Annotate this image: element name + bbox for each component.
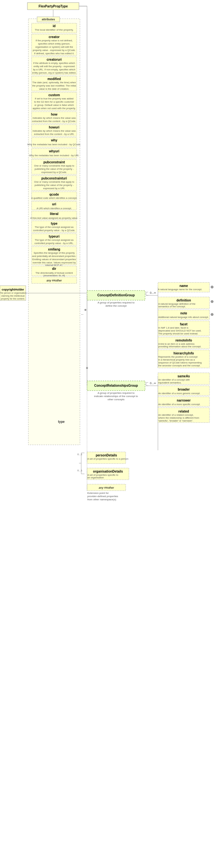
- svg-text:An identifier of a more generi: An identifier of a more generic concept.: [158, 392, 200, 395]
- svg-text:Extension point for: Extension point for: [87, 492, 109, 495]
- svg-text:A natural language name for th: A natural language name for the concept.: [158, 288, 202, 291]
- svg-text:equivalent semantics.: equivalent semantics.: [158, 381, 182, 384]
- svg-text:controlled property value - by: controlled property value - by a URL.: [35, 242, 74, 245]
- svg-text:applies when not used with the: applies when not used with the property.: [33, 107, 76, 110]
- svg-text:semantics of the concept.: semantics of the concept.: [158, 305, 186, 308]
- svg-text:and potentially all descendant: and potentially all descendant propertie…: [32, 255, 76, 257]
- svg-text:extracted from the content - b: extracted from the content - by a URI.: [34, 133, 74, 135]
- svg-text:Why the metadata has been incl: Why the metadata has been included - by …: [29, 154, 79, 157]
- svg-text:controlled property value - by: controlled property value - by a QCode.: [33, 229, 75, 232]
- svg-text:where the relationship is diff: where the relationship is different from: [158, 416, 199, 419]
- svg-text:ConceptRelationshipsGroup: ConceptRelationshipsGroup: [94, 384, 138, 388]
- svg-text:One or many constraints that a: One or many constraints that apply to: [34, 164, 74, 167]
- svg-text:uri: uri: [52, 203, 57, 206]
- svg-text:If set to true the property wa: If set to true the property was added: [35, 97, 73, 100]
- svg-text:creator: creator: [49, 35, 60, 39]
- svg-point-178: [86, 367, 88, 369]
- svg-text:copyrightHolder: copyrightHolder: [2, 288, 24, 291]
- svg-text:how: how: [51, 113, 58, 116]
- attributes-label: attributes: [42, 18, 55, 21]
- svg-text:definition: definition: [177, 299, 191, 302]
- svg-text:0...1: 0...1: [77, 469, 82, 472]
- svg-text:The type of the concept assign: The type of the concept assigned as: [35, 226, 74, 228]
- svg-text:deprecated and SHOULD NOT be u: deprecated and SHOULD NOT be used.: [158, 329, 201, 332]
- svg-text:related: related: [179, 410, 189, 413]
- svg-text:howuri: howuri: [49, 126, 60, 129]
- svg-text:A URI which identifies a conce: A URI which identifies a concept.: [36, 207, 72, 210]
- svg-text:If the attribute is empty, spe: If the attribute is empty, specifies whi…: [33, 62, 75, 65]
- svg-text:Additional natural language in: Additional natural language info about c…: [158, 316, 209, 319]
- svg-text:Emitting values of descendant : Emitting values of descendant properties: [32, 258, 76, 261]
- svg-text:literal: literal: [50, 212, 59, 216]
- svg-text:If the property value is not d: If the property value is not defined,: [35, 39, 73, 42]
- svg-text:A qualified code which identif: A qualified code which identifies a conc…: [31, 196, 77, 199]
- svg-text:An identifier of a more specif: An identifier of a more specific concept…: [158, 403, 200, 406]
- type-attr-label: type: [58, 420, 65, 424]
- svg-text:specifies which entity (person: specifies which entity (person,: [38, 42, 70, 45]
- svg-text:A group of properties required: A group of properties required to: [98, 301, 135, 304]
- svg-text:If defined, specifies who has : If defined, specifies who has edited it.: [34, 52, 74, 55]
- svg-text:Indicates by which means the v: Indicates by which means the value was: [33, 129, 76, 132]
- svg-text:note: note: [180, 311, 187, 315]
- svg-text:define the concept: define the concept: [105, 304, 127, 307]
- svg-text:property for the content.: property for the content.: [1, 298, 25, 300]
- svg-text:0...1: 0...1: [77, 453, 82, 456]
- svg-text:providing information about th: providing information about the concept.: [158, 345, 201, 348]
- svg-text:pubconstrainturi: pubconstrainturi: [41, 177, 67, 180]
- svg-text:FlexPartyPropType: FlexPartyPropType: [39, 4, 68, 8]
- svg-text:by a URL. If non-empty, specif: by a URL. If non-empty, specifies which: [33, 68, 75, 71]
- svg-text:extracted from the content - b: extracted from the content - by a QCode.: [32, 120, 76, 123]
- svg-text:remoteInfo: remoteInfo: [175, 339, 192, 342]
- svg-text:sameAs: sameAs: [178, 374, 190, 378]
- attr-id: id: [53, 24, 56, 28]
- svg-text:ConceptDefinitionGroup: ConceptDefinitionGroup: [97, 293, 135, 297]
- svg-text:qcode: qcode: [49, 193, 59, 196]
- svg-text:⊕: ⊕: [211, 299, 214, 304]
- svg-text:The date (and, optionally, the: The date (and, optionally, the time) whe…: [32, 81, 76, 84]
- svg-text:0...∞: 0...∞: [150, 381, 156, 385]
- svg-text:claiming the intellectual: claiming the intellectual: [1, 295, 25, 297]
- svg-text:indicate relationships of the : indicate relationships of the concept to: [94, 395, 138, 398]
- svg-text:'sameAs', 'broader' or 'narrow: 'sameAs', 'broader' or 'narrower'.: [158, 419, 193, 422]
- svg-text:property value - expressed by : property value - expressed by a QCode.: [33, 49, 76, 52]
- svg-text:Represents the position of a c: Represents the position of a concept: [158, 355, 198, 358]
- svg-text:the property was last modified: the property was last modified. The init…: [32, 84, 76, 87]
- svg-text:provider-defined properties: provider-defined properties: [87, 495, 118, 498]
- svg-text:custom: custom: [48, 93, 60, 97]
- svg-text:or group. Default value is fal: or group. Default value is false which: [35, 104, 74, 106]
- svg-text:An identifier of a concept wit: An identifier of a concept with: [158, 378, 190, 381]
- svg-text:Indicates by which means the v: Indicates by which means the value was: [33, 117, 76, 119]
- svg-text:The type of the concept assign: The type of the concept assigned as: [35, 239, 74, 242]
- svg-text:publishing the value of the pr: publishing the value of the property -: [35, 184, 74, 187]
- svg-text:to the G2 item for a specific : to the G2 item for a specific customer: [34, 100, 74, 103]
- svg-text:value is the date of creation.: value is the date of creation.: [39, 88, 69, 90]
- svg-text:from other namespace(s): from other namespace(s): [87, 498, 116, 501]
- svg-text:other concepts: other concepts: [108, 398, 124, 401]
- svg-text:An identifier of a related con: An identifier of a related concept,: [158, 413, 194, 416]
- svg-text:name: name: [180, 284, 188, 288]
- svg-text:A group of properties required: A group of properties required to: [98, 392, 135, 395]
- svg-text:facet: facet: [180, 322, 188, 326]
- svg-text:sequence of QCode tokens repre: sequence of QCode tokens representing: [158, 361, 202, 364]
- svg-text:entity will edit the property : entity will edit the property - expresse…: [34, 65, 75, 68]
- svg-text:xmllang: xmllang: [48, 248, 60, 251]
- svg-text:(enumeration: ltr, rtl): (enumeration: ltr, rtl): [43, 274, 65, 277]
- svg-point-128: [84, 309, 86, 311]
- svg-text:organisation or system) will e: organisation or system) will edit the: [35, 45, 73, 49]
- svg-text:A set of properties specific t: A set of properties specific to a person: [87, 457, 128, 460]
- svg-text:narrower: narrower: [177, 399, 191, 402]
- svg-text:any ##other: any ##other: [99, 486, 114, 489]
- svg-text:⊕: ⊕: [211, 312, 214, 317]
- svg-text:A free-text value assigned as : A free-text value assigned as property v…: [30, 217, 78, 219]
- svg-text:in a hierarchical property tre: in a hierarchical property tree as a: [158, 358, 195, 361]
- svg-text:dir: dir: [52, 267, 57, 271]
- svg-text:The local identifier of the pr: The local identifier of the property.: [35, 28, 73, 31]
- svg-text:hierarchyInfo: hierarchyInfo: [174, 351, 194, 355]
- svg-text:The property should be used in: The property should be used instead.: [158, 332, 198, 335]
- svg-text:creatoruri: creatoruri: [47, 58, 62, 61]
- svg-text:typeuri: typeuri: [49, 235, 60, 238]
- svg-text:In NitF 1.8 and later, facet i: In NitF 1.8 and later, facet is: [158, 327, 189, 329]
- svg-text:Why the metadata has been incl: Why the metadata has been included - by …: [27, 143, 81, 146]
- svg-text:the ancestor concepts and the : the ancestor concepts and the concept.: [158, 364, 200, 367]
- svg-text:modified: modified: [47, 77, 61, 81]
